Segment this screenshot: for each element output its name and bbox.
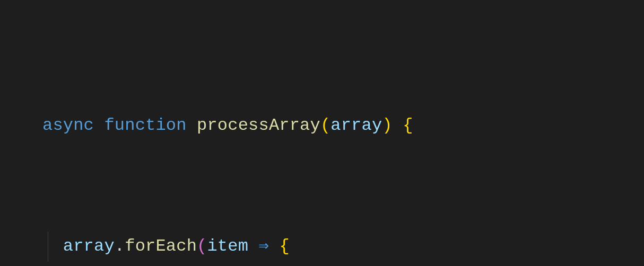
arrow: ⇒ bbox=[259, 236, 269, 256]
code-line: array.forEach(item ⇒ { bbox=[42, 232, 644, 262]
method-name: forEach bbox=[125, 236, 197, 256]
dot: . bbox=[115, 236, 125, 256]
keyword-function: function bbox=[104, 116, 186, 135]
identifier: array bbox=[63, 236, 115, 256]
code-editor[interactable]: async function processArray(array) { arr… bbox=[0, 0, 644, 266]
open-paren: ( bbox=[320, 116, 330, 135]
keyword-async: async bbox=[42, 116, 94, 135]
open-brace: { bbox=[403, 116, 413, 135]
parameter: array bbox=[330, 116, 382, 135]
open-paren: ( bbox=[197, 236, 207, 256]
function-name: processArray bbox=[197, 116, 320, 135]
callback-param: item bbox=[207, 236, 248, 256]
open-brace: { bbox=[279, 236, 289, 256]
code-line: async function processArray(array) { bbox=[42, 111, 644, 141]
close-paren: ) bbox=[382, 116, 392, 135]
